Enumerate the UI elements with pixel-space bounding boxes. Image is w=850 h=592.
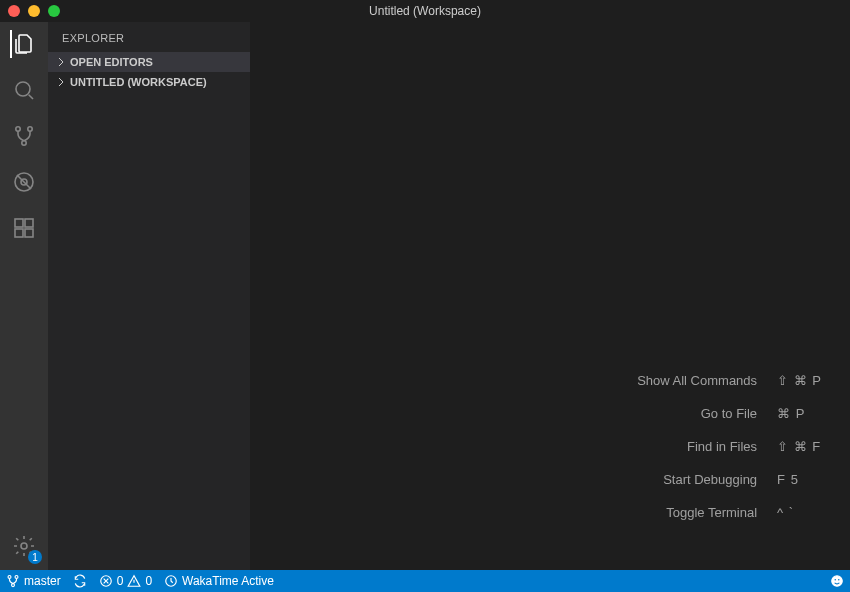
error-icon bbox=[99, 574, 113, 588]
section-label: OPEN EDITORS bbox=[70, 56, 153, 68]
shortcut-keys: ^ ` bbox=[777, 505, 822, 520]
chevron-right-icon bbox=[56, 57, 66, 67]
window-controls bbox=[8, 5, 60, 17]
smiley-icon bbox=[830, 574, 844, 588]
svg-point-10 bbox=[21, 543, 27, 549]
search-icon bbox=[12, 78, 36, 102]
wakatime-status[interactable]: WakaTime Active bbox=[158, 570, 280, 592]
git-branch-icon bbox=[6, 574, 20, 588]
zoom-window-button[interactable] bbox=[48, 5, 60, 17]
branch-name: master bbox=[24, 574, 61, 588]
debug-icon bbox=[12, 170, 36, 194]
workspace-section[interactable]: UNTITLED (WORKSPACE) bbox=[48, 72, 250, 92]
shortcut-keys: ⌘ P bbox=[777, 406, 822, 421]
svg-point-12 bbox=[15, 575, 18, 578]
warning-count: 0 bbox=[145, 574, 152, 588]
section-label: UNTITLED (WORKSPACE) bbox=[70, 76, 207, 88]
shortcut-label: Find in Files bbox=[637, 439, 757, 454]
wakatime-label: WakaTime Active bbox=[182, 574, 274, 588]
window-titlebar: Untitled (Workspace) bbox=[0, 0, 850, 22]
shortcut-label: Go to File bbox=[637, 406, 757, 421]
git-branch-status[interactable]: master bbox=[0, 570, 67, 592]
activity-bar: 1 bbox=[0, 22, 48, 570]
sync-icon bbox=[73, 574, 87, 588]
git-branch-icon bbox=[12, 124, 36, 148]
error-count: 0 bbox=[117, 574, 124, 588]
svg-rect-8 bbox=[25, 229, 33, 237]
svg-rect-9 bbox=[25, 219, 33, 227]
svg-point-16 bbox=[832, 576, 843, 587]
shortcut-keys: ⇧ ⌘ F bbox=[777, 439, 822, 454]
clock-icon bbox=[164, 574, 178, 588]
shortcut-keys: F 5 bbox=[777, 472, 822, 487]
editor-area: Show All Commands ⇧ ⌘ P Go to File ⌘ P F… bbox=[250, 22, 850, 570]
shortcut-label: Toggle Terminal bbox=[637, 505, 757, 520]
extensions-activity[interactable] bbox=[10, 214, 38, 242]
svg-point-13 bbox=[12, 584, 15, 587]
problems-status[interactable]: 0 0 bbox=[93, 570, 158, 592]
svg-point-17 bbox=[834, 579, 836, 581]
svg-point-3 bbox=[22, 141, 26, 145]
status-bar: master 0 0 WakaTime Active bbox=[0, 570, 850, 592]
window-title: Untitled (Workspace) bbox=[0, 4, 850, 18]
svg-rect-6 bbox=[15, 219, 23, 227]
settings-activity[interactable]: 1 bbox=[10, 532, 38, 560]
shortcut-keys: ⇧ ⌘ P bbox=[777, 373, 822, 388]
welcome-shortcuts: Show All Commands ⇧ ⌘ P Go to File ⌘ P F… bbox=[637, 373, 822, 520]
settings-badge: 1 bbox=[28, 550, 42, 564]
sync-status[interactable] bbox=[67, 570, 93, 592]
sidebar-title: EXPLORER bbox=[48, 22, 250, 52]
main-area: 1 EXPLORER OPEN EDITORS UNTITLED (WORKSP… bbox=[0, 22, 850, 570]
shortcut-label: Start Debugging bbox=[637, 472, 757, 487]
explorer-sidebar: EXPLORER OPEN EDITORS UNTITLED (WORKSPAC… bbox=[48, 22, 250, 570]
close-window-button[interactable] bbox=[8, 5, 20, 17]
search-activity[interactable] bbox=[10, 76, 38, 104]
svg-point-2 bbox=[28, 127, 32, 131]
feedback-status[interactable] bbox=[824, 570, 850, 592]
chevron-right-icon bbox=[56, 77, 66, 87]
explorer-activity[interactable] bbox=[10, 30, 38, 58]
svg-point-11 bbox=[8, 575, 11, 578]
warning-icon bbox=[127, 574, 141, 588]
svg-point-0 bbox=[16, 82, 30, 96]
svg-point-1 bbox=[16, 127, 20, 131]
extensions-icon bbox=[12, 216, 36, 240]
source-control-activity[interactable] bbox=[10, 122, 38, 150]
svg-rect-7 bbox=[15, 229, 23, 237]
shortcut-label: Show All Commands bbox=[637, 373, 757, 388]
open-editors-section[interactable]: OPEN EDITORS bbox=[48, 52, 250, 72]
svg-point-18 bbox=[838, 579, 840, 581]
minimize-window-button[interactable] bbox=[28, 5, 40, 17]
files-icon bbox=[12, 32, 36, 56]
debug-activity[interactable] bbox=[10, 168, 38, 196]
